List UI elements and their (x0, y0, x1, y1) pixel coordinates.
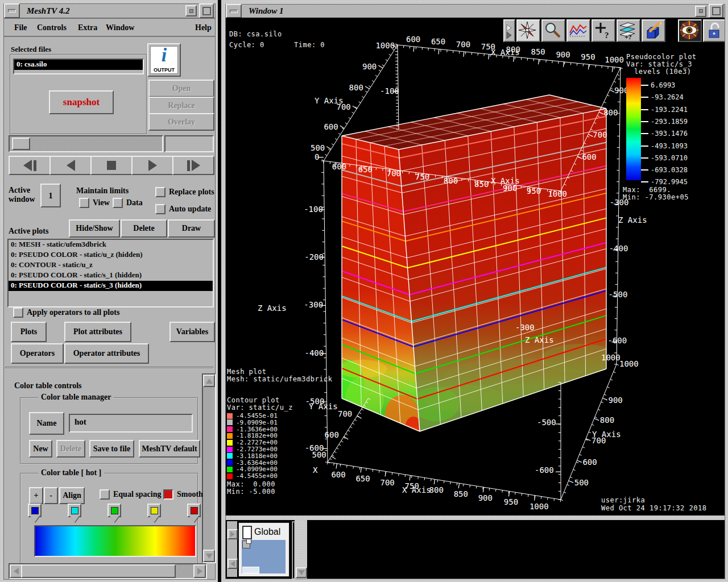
lock-icon[interactable] (703, 19, 725, 42)
plot-attributes-button[interactable]: Plot attributes (64, 322, 131, 342)
color-gradient-bar[interactable] (34, 525, 196, 557)
name-button[interactable]: Name (29, 412, 64, 435)
magnifier-icon[interactable] (541, 19, 565, 42)
contour-color-swatch (227, 467, 233, 472)
time-slider-thumb[interactable] (12, 138, 30, 150)
menu-window[interactable]: Window (106, 23, 134, 32)
dot-icon (699, 9, 703, 13)
color-marker[interactable] (28, 504, 42, 517)
minimize-button[interactable] (4, 3, 20, 18)
svg-text:750: 750 (415, 172, 429, 181)
svg-text:-100: -100 (380, 86, 399, 95)
global-label: Global (254, 527, 280, 537)
equal-spacing-checkbox[interactable] (100, 489, 110, 500)
list-item[interactable]: 0: PSEUDO COLOR - static/u_z (hidden) (9, 250, 213, 260)
draw-button[interactable]: Draw (168, 219, 215, 238)
pick-query-icon[interactable]: ? (592, 19, 615, 42)
contour-legend-max: Max: 0.000 (227, 480, 275, 488)
curve-icon[interactable] (566, 19, 590, 42)
delete-colortable-button[interactable]: Delete (56, 440, 85, 458)
play-reverse-button[interactable] (49, 156, 92, 175)
strip-vscrollbar[interactable] (295, 520, 307, 579)
scroll-right-button[interactable] (193, 564, 206, 578)
bottom-hscrollbar[interactable] (9, 563, 207, 579)
remove-marker-button[interactable]: - (44, 487, 58, 504)
scroll-up-button[interactable] (203, 375, 215, 387)
replace-button[interactable]: Replace (148, 97, 214, 114)
svg-text:Z Axis: Z Axis (258, 304, 287, 313)
svg-text:500: 500 (574, 478, 589, 487)
new-button[interactable]: New (29, 440, 52, 458)
menu-controls[interactable]: Controls (37, 23, 67, 32)
global-thumbnail[interactable] (242, 540, 286, 573)
menu-file[interactable]: File (14, 23, 27, 32)
global-window-card[interactable]: Global (238, 522, 289, 577)
color-marker[interactable] (147, 504, 161, 517)
arrow-left-icon (230, 561, 235, 567)
color-table-vscrollbar[interactable] (202, 373, 216, 563)
meshtv-default-button[interactable]: MeshTV default (139, 440, 200, 458)
delete-plot-button[interactable]: Delete (121, 219, 167, 238)
window-menu-button[interactable] (185, 5, 197, 16)
stop-button[interactable] (90, 156, 133, 175)
scroll-left-button[interactable] (10, 564, 22, 578)
annotate-box-icon[interactable] (642, 19, 665, 42)
list-item[interactable]: 0: PSEUDO COLOR - static/s_1 (hidden) (9, 271, 213, 281)
save-to-file-button[interactable]: Save to file (89, 440, 134, 458)
eye-icon[interactable] (678, 19, 702, 42)
auto-update-checkbox[interactable] (155, 204, 166, 214)
viewer-titlebar[interactable]: Window 1 (226, 5, 725, 19)
step-forward-button[interactable] (172, 156, 214, 175)
list-item[interactable]: 0: csa.silo (14, 60, 143, 70)
data-checkbox[interactable] (113, 198, 123, 208)
svg-text:-200: -200 (304, 252, 324, 261)
viewport-3d[interactable]: 6006507007508008509009501000X Axis100090… (226, 18, 725, 516)
operators-button[interactable]: Operators (11, 343, 64, 364)
data-label: Data (126, 198, 143, 207)
add-marker-button[interactable]: + (29, 487, 43, 504)
snapshot-button[interactable]: snapshot (49, 90, 114, 114)
viewer-maximize-button[interactable] (709, 4, 723, 18)
strip-next-button[interactable] (228, 529, 238, 539)
expand-icon[interactable] (503, 19, 515, 42)
smooth-checkbox[interactable] (163, 489, 173, 500)
operator-attributes-button[interactable]: Operator attributes (64, 343, 149, 364)
menu-extra[interactable]: Extra (78, 23, 97, 32)
meshtv-titlebar[interactable]: MeshTV 4.2 (4, 4, 215, 19)
slice-query-icon[interactable]: +? (617, 19, 640, 42)
play-forward-button[interactable] (131, 156, 173, 175)
color-marker[interactable] (107, 504, 121, 517)
output-label: OUTPUT (151, 67, 177, 73)
list-item[interactable]: 0: MESH - static/ufem3dbrick (9, 240, 213, 250)
color-marker[interactable] (68, 504, 81, 517)
hscroll-thumb[interactable] (21, 564, 176, 578)
name-input[interactable]: hot (69, 414, 193, 433)
output-button[interactable]: i OUTPUT (147, 43, 181, 77)
viewer-window-menu-button[interactable] (695, 6, 706, 17)
variables-button[interactable]: Variables (169, 322, 215, 342)
scroll-down-button[interactable] (203, 550, 215, 562)
align-button[interactable]: Align (59, 487, 85, 504)
selected-files-list[interactable]: 0: csa.silo (13, 59, 144, 74)
color-marker[interactable] (187, 504, 201, 517)
compass-icon[interactable] (516, 19, 540, 42)
time-slider[interactable] (9, 135, 163, 152)
svg-text:1000: 1000 (530, 502, 549, 511)
view-checkbox[interactable] (79, 198, 89, 208)
open-button[interactable]: Open (148, 80, 214, 97)
active-plots-list[interactable]: 0: MESH - static/ufem3dbrick0: PSEUDO CO… (7, 239, 214, 307)
overlay-button[interactable]: Overlay (148, 113, 214, 131)
strip-scroll-down-button[interactable] (296, 567, 307, 578)
list-item[interactable]: 0: PSEUDO COLOR - static/s_3 (hidden) (9, 281, 213, 291)
apply-operators-checkbox[interactable] (13, 307, 23, 318)
plots-button[interactable]: Plots (11, 322, 47, 342)
viewer-minimize-button[interactable] (226, 4, 242, 18)
replace-plots-checkbox[interactable] (155, 187, 166, 197)
active-window-value-button[interactable]: 1 (40, 184, 61, 207)
menu-help[interactable]: Help (195, 23, 212, 32)
list-item[interactable]: 0: CONTOUR - static/u_z (9, 260, 213, 271)
strip-prev-button[interactable] (228, 559, 238, 569)
step-back-button[interactable] (9, 156, 51, 175)
maximize-button[interactable] (199, 3, 214, 18)
hide-show-button[interactable]: Hide/Show (69, 219, 120, 238)
